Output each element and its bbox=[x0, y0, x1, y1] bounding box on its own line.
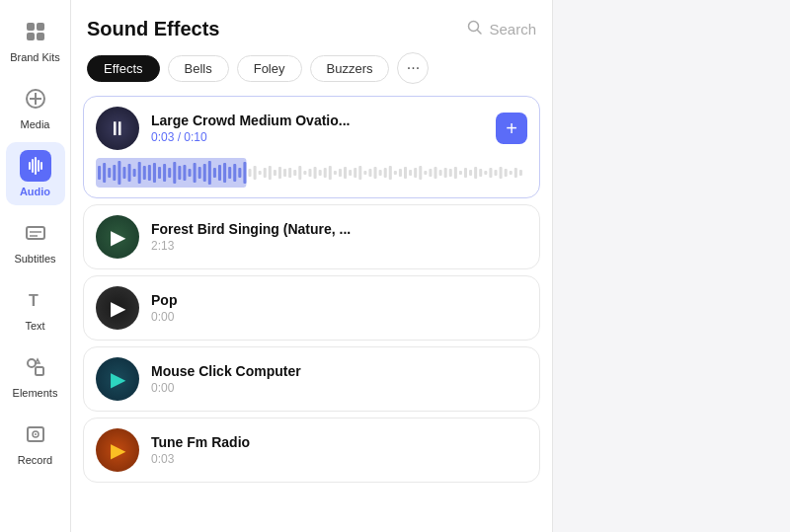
svg-rect-50 bbox=[254, 166, 257, 180]
sidebar-item-audio[interactable]: Audio bbox=[6, 142, 65, 205]
right-panel bbox=[553, 0, 790, 532]
sound-duration: 0:03 / 0:10 bbox=[151, 130, 484, 144]
brand-kits-icon bbox=[20, 16, 51, 47]
svg-rect-32 bbox=[163, 164, 166, 182]
sound-name: Forest Bird Singing (Nature, ... bbox=[151, 221, 527, 237]
svg-rect-42 bbox=[213, 168, 216, 178]
svg-rect-52 bbox=[264, 168, 267, 178]
record-icon bbox=[20, 418, 51, 450]
svg-rect-31 bbox=[158, 167, 161, 179]
filter-effects[interactable]: Effects bbox=[87, 55, 160, 82]
svg-rect-26 bbox=[133, 169, 136, 177]
svg-rect-76 bbox=[384, 168, 387, 178]
play-icon: ▶ bbox=[111, 296, 125, 320]
panel-title: Sound Effects bbox=[87, 18, 219, 40]
sound-row: ▶ Mouse Click Computer 0:00 bbox=[96, 357, 527, 401]
svg-rect-24 bbox=[122, 167, 125, 179]
sound-card-bird[interactable]: ▶ Forest Bird Singing (Nature, ... 2:13 bbox=[83, 204, 540, 269]
svg-rect-30 bbox=[153, 163, 156, 183]
svg-rect-27 bbox=[138, 162, 141, 184]
svg-rect-103 bbox=[519, 170, 522, 176]
svg-rect-38 bbox=[194, 163, 197, 183]
svg-rect-0 bbox=[27, 23, 35, 31]
svg-rect-1 bbox=[37, 23, 44, 31]
svg-rect-65 bbox=[329, 166, 332, 180]
sidebar-item-media[interactable]: Media bbox=[6, 75, 65, 138]
add-button-crowd[interactable]: + bbox=[496, 113, 527, 144]
text-icon: T bbox=[20, 284, 51, 316]
svg-rect-58 bbox=[293, 170, 296, 176]
svg-rect-83 bbox=[419, 166, 422, 180]
svg-rect-40 bbox=[203, 164, 206, 182]
svg-rect-60 bbox=[303, 171, 306, 175]
svg-rect-45 bbox=[228, 167, 231, 179]
sidebar: Brand Kits Media Audio bbox=[0, 0, 71, 532]
play-icon: ▶ bbox=[111, 225, 125, 249]
sidebar-item-record[interactable]: Record bbox=[6, 411, 65, 474]
svg-rect-71 bbox=[358, 166, 361, 180]
svg-rect-2 bbox=[27, 33, 35, 40]
filter-foley[interactable]: Foley bbox=[237, 55, 302, 82]
sidebar-item-label: Subtitles bbox=[14, 253, 55, 265]
waveform-crowd bbox=[96, 158, 527, 188]
sound-card-radio[interactable]: ▶ Tune Fm Radio 0:03 bbox=[83, 418, 540, 483]
sound-card-mouse[interactable]: ▶ Mouse Click Computer 0:00 bbox=[83, 346, 540, 412]
svg-rect-59 bbox=[298, 166, 301, 180]
svg-rect-85 bbox=[429, 169, 432, 177]
svg-rect-99 bbox=[500, 167, 503, 179]
svg-rect-72 bbox=[363, 171, 366, 175]
svg-rect-7 bbox=[27, 227, 44, 239]
svg-text:T: T bbox=[29, 292, 39, 309]
sidebar-item-elements[interactable]: Elements bbox=[6, 343, 65, 407]
svg-rect-12 bbox=[36, 367, 43, 375]
svg-rect-70 bbox=[354, 168, 356, 178]
play-icon: ▶ bbox=[111, 438, 125, 462]
svg-rect-80 bbox=[404, 167, 407, 179]
thumbnail-bird: ▶ bbox=[96, 215, 139, 259]
sound-name: Tune Fm Radio bbox=[151, 434, 527, 450]
svg-rect-79 bbox=[399, 169, 402, 177]
search-button[interactable]: Search bbox=[467, 20, 536, 38]
subtitles-icon bbox=[20, 217, 51, 249]
sound-name: Large Crowd Medium Ovatio... bbox=[151, 113, 484, 128]
sidebar-item-label: Record bbox=[18, 454, 52, 466]
sidebar-item-brand-kits[interactable]: Brand Kits bbox=[6, 8, 65, 71]
svg-rect-33 bbox=[168, 168, 171, 178]
sound-info-crowd: Large Crowd Medium Ovatio... 0:03 / 0:10 bbox=[151, 113, 484, 144]
svg-rect-22 bbox=[113, 165, 116, 181]
svg-rect-84 bbox=[424, 171, 427, 175]
more-icon: ··· bbox=[407, 59, 420, 77]
svg-rect-23 bbox=[118, 161, 120, 185]
svg-rect-62 bbox=[314, 167, 317, 179]
svg-rect-68 bbox=[344, 167, 347, 179]
sound-duration: 0:00 bbox=[151, 381, 527, 395]
filter-buzzers[interactable]: Buzzers bbox=[310, 55, 390, 82]
svg-rect-81 bbox=[409, 170, 412, 176]
filter-bells[interactable]: Bells bbox=[168, 55, 229, 82]
svg-point-15 bbox=[35, 433, 37, 435]
svg-rect-61 bbox=[308, 169, 311, 177]
media-icon bbox=[20, 83, 51, 114]
svg-rect-64 bbox=[324, 168, 327, 178]
sound-name: Pop bbox=[151, 292, 527, 308]
sound-row: ▶ Tune Fm Radio 0:03 bbox=[96, 428, 527, 472]
more-filters-button[interactable]: ··· bbox=[397, 52, 429, 84]
svg-rect-44 bbox=[223, 163, 226, 183]
sidebar-item-label: Media bbox=[21, 118, 50, 130]
svg-rect-75 bbox=[379, 170, 382, 176]
sound-info-pop: Pop 0:00 bbox=[151, 292, 527, 324]
sidebar-item-text[interactable]: T Text bbox=[6, 276, 65, 340]
sound-card-pop[interactable]: ▶ Pop 0:00 bbox=[83, 275, 540, 341]
svg-point-11 bbox=[28, 359, 36, 367]
sidebar-item-subtitles[interactable]: Subtitles bbox=[6, 209, 65, 272]
svg-rect-47 bbox=[238, 168, 241, 178]
sidebar-item-label: Audio bbox=[20, 186, 50, 197]
sound-card-crowd[interactable]: ⏸ Large Crowd Medium Ovatio... 0:03 / 0:… bbox=[83, 96, 540, 198]
svg-rect-19 bbox=[98, 166, 101, 180]
svg-rect-87 bbox=[439, 170, 442, 176]
search-icon bbox=[467, 20, 483, 38]
svg-rect-37 bbox=[188, 169, 191, 177]
thumbnail-mouse: ▶ bbox=[96, 357, 139, 401]
sound-row: ▶ Pop 0:00 bbox=[96, 286, 527, 330]
svg-rect-20 bbox=[103, 163, 106, 183]
